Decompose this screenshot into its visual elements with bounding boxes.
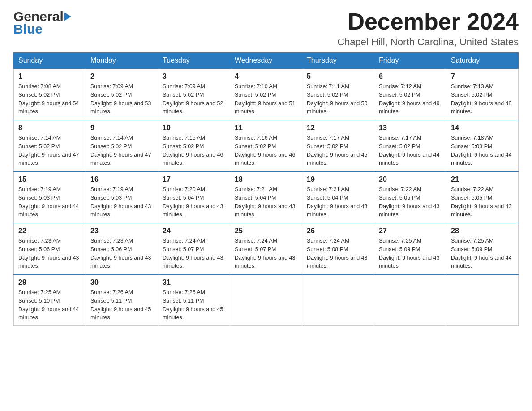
sunrise-label: Sunrise: 7:24 AM <box>163 238 205 244</box>
daylight-label: Daylight: 9 hours and 43 minutes. <box>90 203 151 218</box>
week-row-1: 1 Sunrise: 7:08 AM Sunset: 5:02 PM Dayli… <box>14 68 519 120</box>
daylight-label: Daylight: 9 hours and 51 minutes. <box>235 100 296 115</box>
header-tuesday: Tuesday <box>158 53 230 69</box>
day-number: 27 <box>379 227 442 235</box>
sunrise-label: Sunrise: 7:09 AM <box>163 83 205 90</box>
sunrise-label: Sunrise: 7:21 AM <box>307 186 349 193</box>
day-number: 4 <box>235 73 297 81</box>
calendar-cell: 17 Sunrise: 7:20 AM Sunset: 5:04 PM Dayl… <box>158 171 230 223</box>
sunrise-label: Sunrise: 7:17 AM <box>307 135 349 141</box>
sunrise-label: Sunrise: 7:26 AM <box>163 289 205 295</box>
sunset-label: Sunset: 5:02 PM <box>307 143 348 150</box>
day-info: Sunrise: 7:23 AM Sunset: 5:06 PM Dayligh… <box>18 237 81 270</box>
calendar-cell: 26 Sunrise: 7:24 AM Sunset: 5:08 PM Dayl… <box>302 223 374 274</box>
sunrise-label: Sunrise: 7:19 AM <box>90 186 133 193</box>
day-info: Sunrise: 7:21 AM Sunset: 5:04 PM Dayligh… <box>235 185 297 219</box>
sunrise-label: Sunrise: 7:21 AM <box>235 186 277 193</box>
day-number: 17 <box>163 176 225 184</box>
sunrise-label: Sunrise: 7:19 AM <box>18 186 61 193</box>
sunset-label: Sunset: 5:02 PM <box>90 143 132 150</box>
day-info: Sunrise: 7:23 AM Sunset: 5:06 PM Dayligh… <box>90 237 153 270</box>
calendar-cell: 31 Sunrise: 7:26 AM Sunset: 5:11 PM Dayl… <box>158 274 230 326</box>
day-number: 30 <box>90 278 153 287</box>
header-thursday: Thursday <box>302 53 374 69</box>
sunset-label: Sunset: 5:02 PM <box>379 143 420 150</box>
sunset-label: Sunset: 5:03 PM <box>18 195 60 201</box>
sunset-label: Sunset: 5:07 PM <box>235 246 276 253</box>
sunset-label: Sunset: 5:02 PM <box>90 92 132 98</box>
day-number: 3 <box>163 73 225 81</box>
calendar-cell: 12 Sunrise: 7:17 AM Sunset: 5:02 PM Dayl… <box>302 120 374 171</box>
day-number: 10 <box>163 124 225 132</box>
day-info: Sunrise: 7:09 AM Sunset: 5:02 PM Dayligh… <box>163 82 225 116</box>
day-info: Sunrise: 7:10 AM Sunset: 5:02 PM Dayligh… <box>235 82 297 116</box>
day-info: Sunrise: 7:24 AM Sunset: 5:08 PM Dayligh… <box>307 237 369 270</box>
daylight-label: Daylight: 9 hours and 43 minutes. <box>163 203 223 218</box>
day-number: 12 <box>307 124 369 132</box>
sunrise-label: Sunrise: 7:17 AM <box>379 135 421 141</box>
sunset-label: Sunset: 5:05 PM <box>379 195 420 201</box>
sunset-label: Sunset: 5:02 PM <box>379 92 420 98</box>
sunrise-label: Sunrise: 7:11 AM <box>307 83 349 90</box>
sunrise-label: Sunrise: 7:10 AM <box>235 83 277 90</box>
daylight-label: Daylight: 9 hours and 43 minutes. <box>307 255 368 270</box>
logo-blue-text: Blue <box>13 22 43 36</box>
sunrise-label: Sunrise: 7:12 AM <box>379 83 421 90</box>
sunset-label: Sunset: 5:06 PM <box>18 246 60 253</box>
daylight-label: Daylight: 9 hours and 43 minutes. <box>379 203 440 218</box>
sunset-label: Sunset: 5:02 PM <box>163 143 204 150</box>
calendar-cell: 1 Sunrise: 7:08 AM Sunset: 5:02 PM Dayli… <box>14 68 86 120</box>
calendar-cell: 6 Sunrise: 7:12 AM Sunset: 5:02 PM Dayli… <box>374 68 446 120</box>
calendar-cell <box>230 274 302 326</box>
day-info: Sunrise: 7:24 AM Sunset: 5:07 PM Dayligh… <box>235 237 297 270</box>
header-monday: Monday <box>86 53 158 69</box>
calendar-cell <box>302 274 374 326</box>
calendar-cell <box>374 274 446 326</box>
sunset-label: Sunset: 5:04 PM <box>307 195 348 201</box>
sunrise-label: Sunrise: 7:26 AM <box>90 289 133 295</box>
day-number: 13 <box>379 124 442 132</box>
calendar-cell: 8 Sunrise: 7:14 AM Sunset: 5:02 PM Dayli… <box>14 120 86 171</box>
daylight-label: Daylight: 9 hours and 53 minutes. <box>90 100 151 115</box>
sunset-label: Sunset: 5:02 PM <box>451 92 492 98</box>
day-info: Sunrise: 7:09 AM Sunset: 5:02 PM Dayligh… <box>90 82 153 116</box>
calendar-cell: 19 Sunrise: 7:21 AM Sunset: 5:04 PM Dayl… <box>302 171 374 223</box>
calendar-cell: 28 Sunrise: 7:25 AM Sunset: 5:09 PM Dayl… <box>446 223 519 274</box>
daylight-label: Daylight: 9 hours and 44 minutes. <box>379 152 440 167</box>
daylight-label: Daylight: 9 hours and 44 minutes. <box>18 203 79 218</box>
sunset-label: Sunset: 5:11 PM <box>90 298 132 304</box>
day-info: Sunrise: 7:17 AM Sunset: 5:02 PM Dayligh… <box>307 134 369 167</box>
day-number: 16 <box>90 176 153 184</box>
calendar-cell: 4 Sunrise: 7:10 AM Sunset: 5:02 PM Dayli… <box>230 68 302 120</box>
sunrise-label: Sunrise: 7:08 AM <box>18 83 61 90</box>
calendar-cell: 24 Sunrise: 7:24 AM Sunset: 5:07 PM Dayl… <box>158 223 230 274</box>
calendar-cell: 3 Sunrise: 7:09 AM Sunset: 5:02 PM Dayli… <box>158 68 230 120</box>
daylight-label: Daylight: 9 hours and 43 minutes. <box>451 203 512 218</box>
day-number: 18 <box>235 176 297 184</box>
daylight-label: Daylight: 9 hours and 43 minutes. <box>235 203 296 218</box>
daylight-label: Daylight: 9 hours and 45 minutes. <box>307 152 368 167</box>
calendar-cell: 15 Sunrise: 7:19 AM Sunset: 5:03 PM Dayl… <box>14 171 86 223</box>
sunrise-label: Sunrise: 7:14 AM <box>18 135 61 141</box>
calendar-cell: 11 Sunrise: 7:16 AM Sunset: 5:02 PM Dayl… <box>230 120 302 171</box>
logo-arrow-icon <box>64 12 71 21</box>
sunrise-label: Sunrise: 7:16 AM <box>235 135 277 141</box>
sunrise-label: Sunrise: 7:18 AM <box>451 135 493 141</box>
sunrise-label: Sunrise: 7:24 AM <box>307 238 349 244</box>
daylight-label: Daylight: 9 hours and 43 minutes. <box>90 255 151 270</box>
calendar-cell: 2 Sunrise: 7:09 AM Sunset: 5:02 PM Dayli… <box>86 68 158 120</box>
sunset-label: Sunset: 5:11 PM <box>163 298 204 304</box>
daylight-label: Daylight: 9 hours and 44 minutes. <box>18 306 79 321</box>
calendar-cell: 20 Sunrise: 7:22 AM Sunset: 5:05 PM Dayl… <box>374 171 446 223</box>
daylight-label: Daylight: 9 hours and 49 minutes. <box>379 100 440 115</box>
day-number: 8 <box>18 124 81 132</box>
calendar-table: Sunday Monday Tuesday Wednesday Thursday… <box>13 52 519 326</box>
sunset-label: Sunset: 5:07 PM <box>163 246 204 253</box>
day-info: Sunrise: 7:21 AM Sunset: 5:04 PM Dayligh… <box>307 185 369 219</box>
sunset-label: Sunset: 5:02 PM <box>307 92 348 98</box>
day-number: 15 <box>18 176 81 184</box>
header-sunday: Sunday <box>14 53 86 69</box>
day-info: Sunrise: 7:17 AM Sunset: 5:02 PM Dayligh… <box>379 134 442 167</box>
sunrise-label: Sunrise: 7:15 AM <box>163 135 205 141</box>
sunset-label: Sunset: 5:02 PM <box>18 143 60 150</box>
